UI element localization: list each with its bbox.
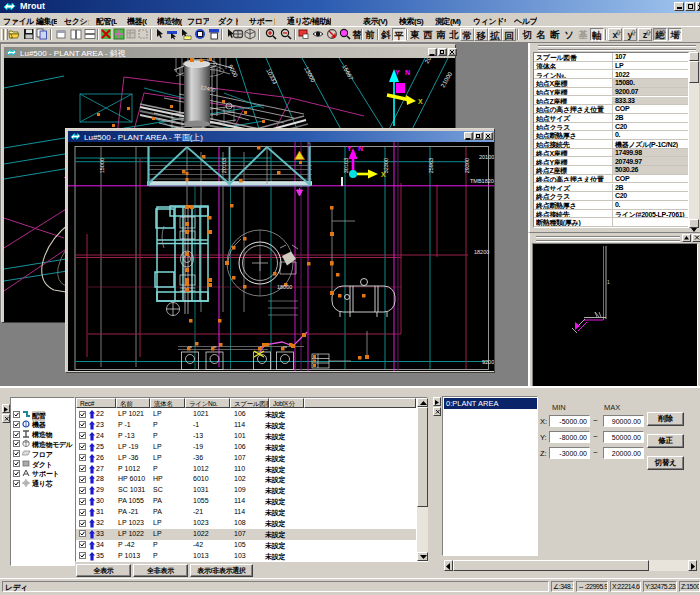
svg-text:Y: Y [347, 145, 352, 152]
svg-text:X: X [418, 98, 423, 105]
svg-text:15667: 15667 [341, 64, 354, 82]
svg-text:9200: 9200 [482, 359, 494, 365]
svg-text:29300: 29300 [464, 158, 470, 173]
svg-text:TMB18200: TMB18200 [470, 178, 494, 184]
svg-text:32300: 32300 [383, 158, 389, 173]
svg-text:20103: 20103 [221, 158, 227, 173]
svg-text:15000: 15000 [99, 158, 105, 173]
svg-text:Y: Y [395, 69, 400, 76]
svg-text:20100: 20100 [479, 154, 494, 160]
svg-text:1: 1 [607, 279, 610, 285]
svg-text:25963: 25963 [428, 158, 434, 173]
svg-text:18000: 18000 [277, 284, 292, 290]
svg-text:18200: 18200 [474, 249, 489, 255]
svg-text:9000: 9000 [227, 64, 239, 79]
svg-text:10333: 10333 [265, 68, 278, 86]
svg-text:21000: 21000 [440, 70, 454, 88]
svg-text:N: N [358, 145, 363, 152]
svg-text:N: N [405, 69, 410, 76]
svg-text:30103: 30103 [343, 158, 349, 173]
svg-text:20333: 20333 [424, 58, 438, 65]
svg-text:13000: 13000 [303, 66, 316, 84]
